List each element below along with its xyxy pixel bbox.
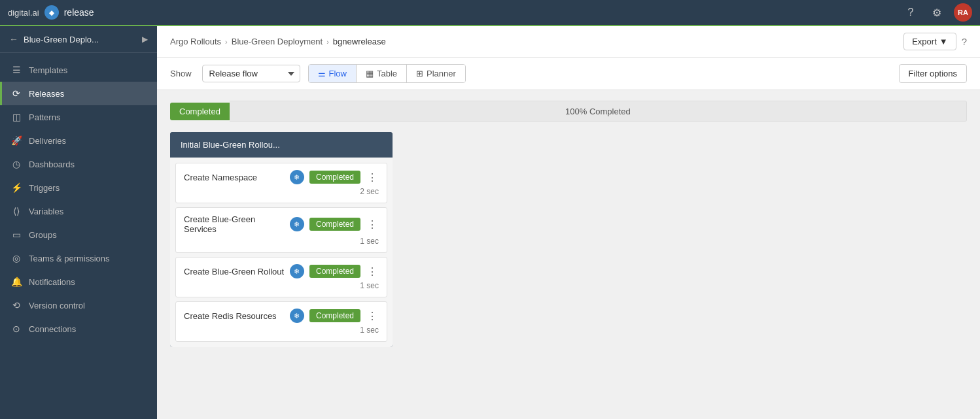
task-menu-button[interactable]: ⋮ xyxy=(366,171,379,184)
view-icon-flow: ⚌ xyxy=(318,69,326,78)
sidebar-icon-version: ⟲ xyxy=(10,300,22,310)
show-select[interactable]: Release flowSummaryScript xyxy=(202,65,300,82)
sidebar-item-teams[interactable]: ◎ Teams & permissions xyxy=(0,246,157,270)
main-content: Argo Rollouts›Blue-Green Deployment›bgne… xyxy=(157,26,980,419)
sidebar-label-triggers: Triggers xyxy=(29,183,60,193)
sidebar-item-templates[interactable]: ☰ Templates xyxy=(0,58,157,82)
breadcrumb-link[interactable]: Argo Rollouts xyxy=(170,37,221,46)
task-menu-button[interactable]: ⋮ xyxy=(366,218,379,231)
task-name: Create Namespace xyxy=(184,173,285,182)
back-button[interactable]: ← xyxy=(9,34,18,44)
topbar: digital.ai ◆ release ? ⚙ RA xyxy=(0,0,980,26)
phase-card: Initial Blue-Green Rollou... Create Name… xyxy=(170,132,393,347)
sidebar-icon-deliveries: 🚀 xyxy=(10,135,22,146)
task-type-icon: ❄ xyxy=(290,217,304,231)
sidebar-header-title: Blue-Green Deplo... xyxy=(24,35,99,44)
task-card: Create Blue-Green Rollout ❄ Completed ⋮ … xyxy=(175,257,387,297)
show-label: Show xyxy=(170,69,192,78)
sidebar-label-version: Version control xyxy=(29,301,85,310)
view-btn-planner[interactable]: ⊞Planner xyxy=(407,65,465,82)
task-type-icon: ❄ xyxy=(290,170,304,184)
task-status-badge: Completed xyxy=(309,171,360,184)
sidebar-label-groups: Groups xyxy=(29,230,57,240)
view-btn-flow[interactable]: ⚌Flow xyxy=(309,65,357,82)
export-chevron-icon: ▼ xyxy=(939,37,948,46)
topbar-icons: ? ⚙ RA xyxy=(901,3,972,22)
sidebar-label-releases: Releases xyxy=(29,89,64,99)
toolbar: Show Release flowSummaryScript ⚌Flow▦Tab… xyxy=(157,58,980,90)
export-button[interactable]: Export ▼ xyxy=(903,33,956,50)
sidebar-icon-templates: ☰ xyxy=(10,65,22,75)
sidebar-item-connections[interactable]: ⊙ Connections xyxy=(0,317,157,341)
sidebar-item-variables[interactable]: ⟨⟩ Variables xyxy=(0,199,157,223)
task-row: Create Redis Resources ❄ Completed ⋮ xyxy=(184,309,379,323)
view-toggle: ⚌Flow▦Table⊞Planner xyxy=(308,64,466,83)
sidebar-item-triggers[interactable]: ⚡ Triggers xyxy=(0,176,157,199)
view-btn-table[interactable]: ▦Table xyxy=(357,65,407,82)
task-card: Create Redis Resources ❄ Completed ⋮ 1 s… xyxy=(175,301,387,342)
sidebar-label-notifications: Notifications xyxy=(29,277,75,287)
task-duration: 1 sec xyxy=(184,237,379,246)
sidebar-item-releases[interactable]: ⟳ Releases xyxy=(0,82,157,105)
task-name: Create Redis Resources xyxy=(184,311,285,321)
breadcrumb: Argo Rollouts›Blue-Green Deployment›bgne… xyxy=(170,37,386,46)
completed-badge: Completed xyxy=(170,103,230,120)
task-duration: 2 sec xyxy=(184,187,379,196)
view-label-flow: Flow xyxy=(329,69,347,78)
brand-digital-text: digital.ai xyxy=(8,8,39,18)
sidebar-label-dashboards: Dashboards xyxy=(29,159,75,169)
sidebar-item-patterns[interactable]: ◫ Patterns xyxy=(0,105,157,129)
task-status-badge: Completed xyxy=(309,265,360,278)
breadcrumb-separator: › xyxy=(326,38,329,46)
view-icon-table: ▦ xyxy=(366,69,374,78)
sidebar-label-teams: Teams & permissions xyxy=(29,254,110,263)
breadcrumb-right: Export ▼ ? xyxy=(903,33,967,50)
sidebar-label-variables: Variables xyxy=(29,207,63,216)
brand-logo: digital.ai ◆ release xyxy=(8,5,94,20)
task-status-badge: Completed xyxy=(309,218,360,231)
task-menu-button[interactable]: ⋮ xyxy=(366,310,379,322)
task-card: Create Namespace ❄ Completed ⋮ 2 sec xyxy=(175,163,387,203)
export-label: Export xyxy=(912,37,937,46)
sidebar-icon-variables: ⟨⟩ xyxy=(10,206,22,216)
sidebar-icon-patterns: ◫ xyxy=(10,112,22,122)
sidebar-item-version[interactable]: ⟲ Version control xyxy=(0,293,157,317)
phase-tasks: Create Namespace ❄ Completed ⋮ 2 sec Cre… xyxy=(170,158,393,347)
task-row: Create Namespace ❄ Completed ⋮ xyxy=(184,170,379,184)
sidebar-item-dashboards[interactable]: ◷ Dashboards xyxy=(0,152,157,176)
progress-track: 100% Completed xyxy=(230,101,967,122)
task-duration: 1 sec xyxy=(184,281,379,290)
task-menu-button[interactable]: ⋮ xyxy=(366,265,379,278)
help-icon-breadcrumb[interactable]: ? xyxy=(962,36,967,47)
brand-release-text: release xyxy=(64,7,94,18)
sidebar-item-notifications[interactable]: 🔔 Notifications xyxy=(0,270,157,293)
task-row: Create Blue-Green Services ❄ Completed ⋮ xyxy=(184,214,379,234)
filter-options-button[interactable]: Filter options xyxy=(899,64,967,83)
task-name: Create Blue-Green Rollout xyxy=(184,267,285,277)
sidebar-item-deliveries[interactable]: 🚀 Deliveries xyxy=(0,129,157,152)
sidebar-nav: ☰ Templates ⟳ Releases ◫ Patterns 🚀 Deli… xyxy=(0,53,157,419)
settings-icon[interactable]: ⚙ xyxy=(928,3,946,22)
view-label-planner: Planner xyxy=(427,69,456,78)
breadcrumb-current: bgnewrelease xyxy=(333,37,386,46)
task-card: Create Blue-Green Services ❄ Completed ⋮… xyxy=(175,207,387,253)
sidebar-label-deliveries: Deliveries xyxy=(29,136,66,146)
sidebar-item-groups[interactable]: ▭ Groups xyxy=(0,223,157,246)
sidebar-header[interactable]: ← Blue-Green Deplo... ▶ xyxy=(0,26,157,53)
avatar[interactable]: RA xyxy=(954,3,972,22)
help-icon-topbar[interactable]: ? xyxy=(901,3,920,22)
breadcrumb-separator: › xyxy=(225,38,228,46)
task-duration: 1 sec xyxy=(184,326,379,335)
task-type-icon: ❄ xyxy=(290,264,304,278)
sidebar-icon-notifications: 🔔 xyxy=(10,277,22,287)
phase-header: Initial Blue-Green Rollou... xyxy=(170,132,393,158)
breadcrumb-link[interactable]: Blue-Green Deployment xyxy=(232,37,323,46)
breadcrumb-bar: Argo Rollouts›Blue-Green Deployment›bgne… xyxy=(157,26,980,58)
sidebar-icon-releases: ⟳ xyxy=(10,88,22,99)
progress-row: Completed 100% Completed xyxy=(170,101,967,122)
task-type-icon: ❄ xyxy=(290,309,304,323)
view-icon-planner: ⊞ xyxy=(416,69,423,78)
sidebar-icon-connections: ⊙ xyxy=(10,324,22,334)
content-area: Completed 100% Completed Initial Blue-Gr… xyxy=(157,90,980,419)
sidebar-icon-teams: ◎ xyxy=(10,253,22,263)
